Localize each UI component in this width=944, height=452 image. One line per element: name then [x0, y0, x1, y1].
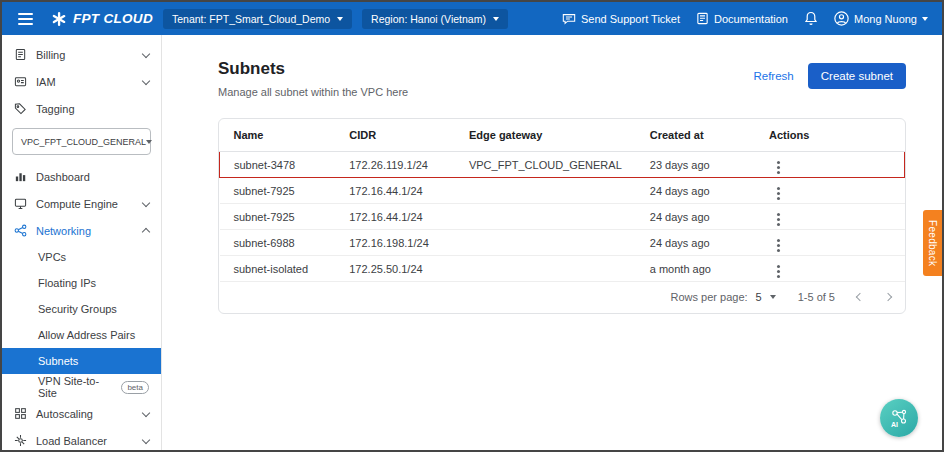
- sidebar-label-load-balancer: Load Balancer: [36, 435, 107, 447]
- sidebar-item-allow-address-pairs[interactable]: Allow Address Pairs: [2, 322, 161, 348]
- subnets-table-card: Name CIDR Edge gateway Created at Action…: [218, 118, 906, 314]
- sidebar-item-compute-engine[interactable]: Compute Engine: [2, 190, 161, 217]
- row-actions-kebab-icon[interactable]: [777, 218, 780, 221]
- sidebar-item-vpn-site-to-site[interactable]: VPN Site-to-Site beta: [2, 374, 161, 400]
- chevron-down-icon: [922, 17, 928, 21]
- table-row[interactable]: subnet-isolated 172.25.50.1/24 a month a…: [220, 256, 905, 282]
- row-actions-kebab-icon[interactable]: [777, 244, 780, 247]
- sidebar-item-billing[interactable]: Billing: [2, 41, 161, 68]
- load-balancer-icon: [14, 434, 27, 447]
- column-header-cidr: CIDR: [335, 119, 455, 152]
- cell-created-at: 24 days ago: [636, 230, 755, 256]
- autoscaling-icon: [14, 407, 27, 420]
- networking-icon: [14, 224, 27, 237]
- refresh-button[interactable]: Refresh: [753, 70, 793, 82]
- cell-cidr: 172.16.44.1/24: [335, 178, 455, 204]
- tenant-selector[interactable]: Tenant: FPT_Smart_Cloud_Demo: [163, 9, 352, 29]
- ai-label: AI: [891, 421, 898, 428]
- topbar: FPT CLOUD Tenant: FPT_Smart_Cloud_Demo R…: [2, 2, 942, 35]
- cell-cidr: 172.26.119.1/24: [335, 152, 455, 178]
- sidebar-item-vpcs[interactable]: VPCs: [2, 244, 161, 270]
- sidebar-label-iam: IAM: [36, 76, 56, 88]
- cell-created-at: a month ago: [636, 256, 755, 282]
- chevron-down-icon: [770, 295, 776, 299]
- chevron-down-icon: [337, 17, 343, 21]
- row-actions-kebab-icon[interactable]: [777, 270, 780, 273]
- cell-name: subnet-7925: [220, 178, 336, 204]
- table-row[interactable]: subnet-6988 172.16.198.1/24 24 days ago: [220, 230, 905, 256]
- cell-created-at: 23 days ago: [636, 152, 755, 178]
- cell-name: subnet-6988: [220, 230, 336, 256]
- sidebar-item-networking[interactable]: Networking: [2, 217, 161, 244]
- sidebar-item-security-groups[interactable]: Security Groups: [2, 296, 161, 322]
- previous-page-icon[interactable]: [856, 293, 864, 301]
- rows-per-page-selector[interactable]: Rows per page: 5: [671, 291, 776, 303]
- sidebar-item-dashboard[interactable]: Dashboard: [2, 163, 161, 190]
- table-header-row: Name CIDR Edge gateway Created at Action…: [220, 119, 905, 152]
- cell-edge-gateway: [455, 204, 636, 230]
- ai-assistant-icon: AI: [887, 406, 911, 430]
- cell-name: subnet-isolated: [220, 256, 336, 282]
- chevron-up-icon: [142, 228, 150, 236]
- user-avatar-icon: [834, 11, 849, 26]
- main-content: Subnets Manage all subnet within the VPC…: [162, 35, 942, 450]
- cell-name: subnet-3478: [220, 152, 336, 178]
- feedback-tab[interactable]: Feedback: [923, 210, 942, 276]
- sidebar-item-tagging[interactable]: Tagging: [2, 95, 161, 122]
- documentation-button[interactable]: Documentation: [696, 12, 788, 25]
- cell-created-at: 24 days ago: [636, 204, 755, 230]
- row-actions-kebab-icon[interactable]: [777, 192, 780, 195]
- brand-logo[interactable]: FPT CLOUD: [51, 11, 153, 27]
- fpt-cloud-logo-icon: [51, 11, 67, 27]
- sidebar-label-vpcs: VPCs: [38, 251, 66, 263]
- chevron-down-icon: [142, 435, 150, 443]
- vpc-selector[interactable]: VPC_FPT_CLOUD_GENERAL: [12, 128, 151, 155]
- send-support-ticket-button[interactable]: Send Support Ticket: [562, 12, 680, 26]
- table-row-highlighted[interactable]: subnet-3478 172.26.119.1/24 VPC_FPT_CLOU…: [220, 152, 905, 178]
- rows-per-page-label: Rows per page:: [671, 291, 748, 303]
- sidebar-item-autoscaling[interactable]: Autoscaling: [2, 400, 161, 427]
- chevron-down-icon: [493, 17, 499, 21]
- page-title: Subnets: [218, 59, 408, 79]
- table-row[interactable]: subnet-7925 172.16.44.1/24 24 days ago: [220, 204, 905, 230]
- cell-edge-gateway: [455, 230, 636, 256]
- cell-name: subnet-7925: [220, 204, 336, 230]
- rows-per-page-value: 5: [756, 291, 762, 303]
- sidebar-item-iam[interactable]: IAM: [2, 68, 161, 95]
- column-header-edge-gateway: Edge gateway: [455, 119, 636, 152]
- region-selector[interactable]: Region: Hanoi (Vietnam): [362, 9, 508, 29]
- sidebar-label-vpn-site-to-site: VPN Site-to-Site: [38, 375, 115, 399]
- next-page-icon[interactable]: [884, 293, 892, 301]
- app-window: FPT CLOUD Tenant: FPT_Smart_Cloud_Demo R…: [0, 0, 944, 452]
- sidebar-label-compute-engine: Compute Engine: [36, 198, 118, 210]
- ai-assistant-button[interactable]: AI: [880, 399, 918, 437]
- sidebar-label-dashboard: Dashboard: [36, 171, 90, 183]
- page-actions: Refresh Create subnet: [753, 63, 906, 89]
- sidebar-label-subnets: Subnets: [38, 355, 78, 367]
- cell-edge-gateway: [455, 256, 636, 282]
- chevron-down-icon: [142, 49, 150, 57]
- sidebar-item-floating-ips[interactable]: Floating IPs: [2, 270, 161, 296]
- table-row[interactable]: subnet-7925 172.16.44.1/24 24 days ago: [220, 178, 905, 204]
- row-actions-kebab-icon[interactable]: [777, 166, 780, 169]
- sidebar-item-load-balancer[interactable]: Load Balancer: [2, 427, 161, 450]
- documentation-icon: [696, 12, 709, 25]
- column-header-actions: Actions: [755, 119, 905, 152]
- sidebar-label-floating-ips: Floating IPs: [38, 277, 96, 289]
- chevron-down-icon: [142, 198, 150, 206]
- user-menu[interactable]: Mong Nuong: [834, 11, 928, 26]
- sidebar-label-tagging: Tagging: [36, 103, 75, 115]
- beta-badge: beta: [121, 381, 149, 394]
- chevron-down-icon: [146, 140, 152, 144]
- brand-name: FPT CLOUD: [73, 11, 153, 26]
- sidebar-item-subnets[interactable]: Subnets: [2, 348, 161, 374]
- cell-created-at: 24 days ago: [636, 178, 755, 204]
- region-label: Region: Hanoi (Vietnam): [371, 13, 486, 25]
- notifications-bell-icon[interactable]: [804, 11, 818, 26]
- hamburger-menu-icon[interactable]: [16, 10, 35, 28]
- cell-cidr: 172.16.44.1/24: [335, 204, 455, 230]
- create-subnet-button[interactable]: Create subnet: [808, 63, 906, 89]
- cell-cidr: 172.16.198.1/24: [335, 230, 455, 256]
- pagination-range: 1-5 of 5: [798, 291, 835, 303]
- subnets-table: Name CIDR Edge gateway Created at Action…: [219, 119, 905, 282]
